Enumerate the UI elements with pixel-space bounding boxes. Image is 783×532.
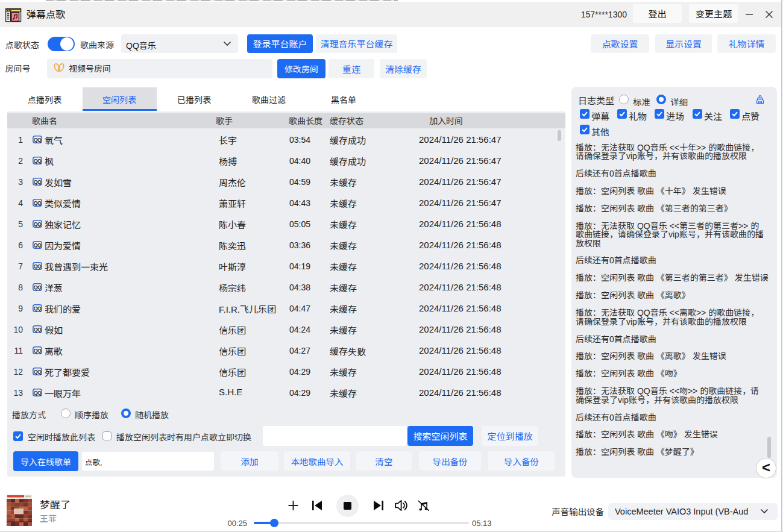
svg-text:QQ: QQ	[34, 348, 42, 354]
svg-text:QQ: QQ	[34, 242, 42, 248]
svg-text:QQ: QQ	[34, 305, 42, 311]
svg-text:QQ: QQ	[34, 200, 42, 206]
svg-text:QQ: QQ	[34, 390, 42, 396]
svg-text:QQ: QQ	[34, 137, 42, 143]
svg-text:QQ: QQ	[34, 263, 42, 269]
svg-text:QQ: QQ	[34, 158, 42, 164]
svg-text:QQ: QQ	[34, 284, 42, 290]
svg-text:QQ: QQ	[34, 221, 42, 227]
svg-text:QQ: QQ	[34, 179, 42, 185]
svg-text:QQ: QQ	[34, 369, 42, 375]
svg-text:QQ: QQ	[34, 327, 42, 333]
